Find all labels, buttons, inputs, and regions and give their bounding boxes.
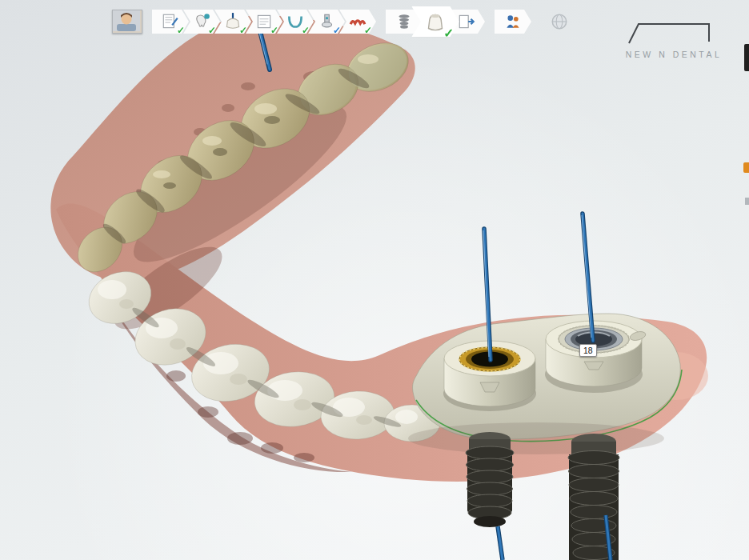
lab-analog-left[interactable] — [466, 432, 514, 527]
check-icon: ✓ — [239, 26, 247, 35]
brand-logo: NEW N DENTAL — [621, 21, 727, 59]
3d-viewport[interactable] — [0, 0, 749, 560]
brand-logo-mark — [626, 21, 722, 45]
toolbar-step-patient-photo[interactable] — [112, 10, 142, 34]
toolbar-step-order-form[interactable]: ✓ — [152, 10, 189, 34]
lab-analog-right[interactable] — [568, 434, 619, 560]
implant-cylinder-right[interactable] — [545, 321, 647, 393]
wizard-toolbar: ✓ ✓ ✓ ✓ — [112, 6, 578, 37]
check-icon: ✓ — [302, 26, 310, 35]
tooth-number-label: 18 — [579, 344, 597, 357]
export-arrow-icon — [457, 13, 476, 30]
toolbar-step-collaboration[interactable] — [495, 10, 531, 34]
patient-photo-icon — [113, 10, 140, 31]
right-edge-dark-fragment[interactable] — [744, 44, 749, 71]
brand-logo-text: NEW N DENTAL — [621, 50, 727, 59]
collaboration-people-icon — [503, 13, 523, 30]
wizard-steps-ribbon: ✓ ✓ ✓ ✓ — [152, 10, 578, 34]
check-icon: ✓ — [270, 26, 278, 35]
check-icon: ✓ — [177, 26, 185, 35]
right-edge-orange-fragment[interactable] — [743, 162, 749, 173]
designed-teeth-mesh[interactable] — [81, 262, 440, 442]
toolbar-step-network[interactable] — [541, 10, 578, 34]
check-icon: ✓ — [364, 26, 372, 35]
globe-icon — [550, 13, 569, 30]
check-icon: ✓ — [208, 26, 216, 35]
implant-stack-icon — [395, 13, 414, 30]
check-icon: ✓ — [333, 26, 341, 35]
right-edge-gray-fragment — [745, 198, 749, 205]
